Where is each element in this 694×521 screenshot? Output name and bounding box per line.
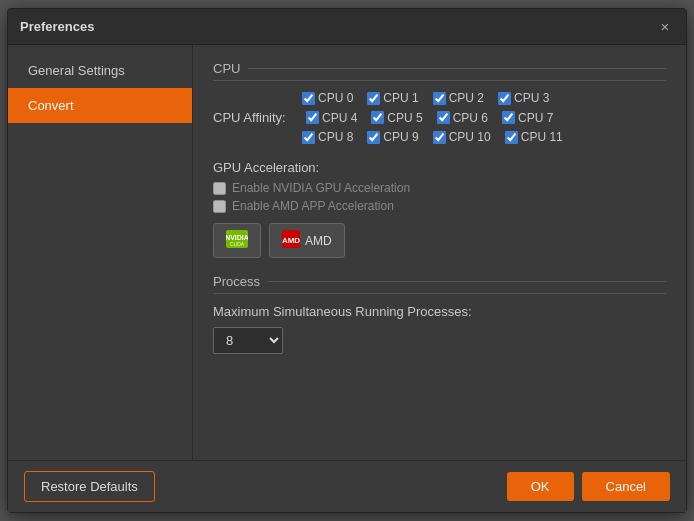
cpu8-check[interactable]: CPU 8: [302, 130, 353, 144]
sidebar-item-convert[interactable]: Convert: [8, 88, 192, 123]
cpu5-checkbox[interactable]: [371, 111, 384, 124]
cpu-group-4-7: CPU 4 CPU 5 CPU 6 CPU 7: [306, 111, 553, 125]
title-bar: Preferences ×: [8, 9, 686, 45]
cpu6-checkbox[interactable]: [437, 111, 450, 124]
cpu10-check[interactable]: CPU 10: [433, 130, 491, 144]
cancel-button[interactable]: Cancel: [582, 472, 670, 501]
cpu2-check[interactable]: CPU 2: [433, 91, 484, 105]
cpu6-check[interactable]: CPU 6: [437, 111, 488, 125]
gpu-section: GPU Acceleration: Enable NVIDIA GPU Acce…: [213, 160, 666, 258]
svg-text:CUDA: CUDA: [230, 241, 245, 247]
gpu-amd-label: Enable AMD APP Acceleration: [232, 199, 394, 213]
amd-button[interactable]: AMD AMD: [269, 223, 345, 258]
cpu8-checkbox[interactable]: [302, 131, 315, 144]
nvidia-button[interactable]: NVIDIA CUDA: [213, 223, 261, 258]
cpu10-checkbox[interactable]: [433, 131, 446, 144]
svg-text:NVIDIA: NVIDIA: [226, 234, 248, 241]
cpu-affinity-row: CPU Affinity: CPU 4 CPU 5 CPU 6: [213, 110, 666, 125]
cpu-row-8-11: CPU 8 CPU 9 CPU 10 CPU 11: [213, 130, 666, 144]
ok-button[interactable]: OK: [507, 472, 574, 501]
main-content: CPU CPU 0 CPU 1: [193, 45, 686, 460]
cpu11-check[interactable]: CPU 11: [505, 130, 563, 144]
gpu-section-label: GPU Acceleration:: [213, 160, 666, 175]
gpu-amd-option: Enable AMD APP Acceleration: [213, 199, 666, 213]
cpu4-checkbox[interactable]: [306, 111, 319, 124]
restore-defaults-button[interactable]: Restore Defaults: [24, 471, 155, 502]
cpu9-check[interactable]: CPU 9: [367, 130, 418, 144]
gpu-nvidia-option: Enable NVIDIA GPU Acceleration: [213, 181, 666, 195]
cpu-section-title: CPU: [213, 61, 666, 81]
cpu5-check[interactable]: CPU 5: [371, 111, 422, 125]
process-label: Maximum Simultaneous Running Processes:: [213, 304, 666, 319]
preferences-dialog: Preferences × General Settings Convert C…: [7, 8, 687, 513]
cpu3-check[interactable]: CPU 3: [498, 91, 549, 105]
amd-button-label: AMD: [305, 234, 332, 248]
cpu-group-0-3: CPU 0 CPU 1 CPU 2 CPU 3: [302, 91, 549, 105]
footer-right: OK Cancel: [507, 472, 670, 501]
cpu1-check[interactable]: CPU 1: [367, 91, 418, 105]
cpu-affinity-label: CPU Affinity:: [213, 110, 298, 125]
cpu7-checkbox[interactable]: [502, 111, 515, 124]
gpu-amd-checkbox[interactable]: [213, 200, 226, 213]
amd-icon: AMD: [282, 230, 300, 251]
gpu-buttons: NVIDIA CUDA AMD AMD: [213, 223, 666, 258]
process-section: Process Maximum Simultaneous Running Pro…: [213, 274, 666, 354]
cpu9-checkbox[interactable]: [367, 131, 380, 144]
nvidia-icon: NVIDIA CUDA: [226, 230, 248, 251]
cpu-group-8-11: CPU 8 CPU 9 CPU 10 CPU 11: [302, 130, 563, 144]
cpu3-checkbox[interactable]: [498, 92, 511, 105]
svg-text:AMD: AMD: [282, 236, 300, 245]
process-section-title: Process: [213, 274, 666, 294]
cpu11-checkbox[interactable]: [505, 131, 518, 144]
cpu7-check[interactable]: CPU 7: [502, 111, 553, 125]
dialog-body: General Settings Convert CPU: [8, 45, 686, 460]
cpu-row-0-3: CPU 0 CPU 1 CPU 2 CPU 3: [213, 91, 666, 105]
gpu-nvidia-checkbox[interactable]: [213, 182, 226, 195]
cpu4-check[interactable]: CPU 4: [306, 111, 357, 125]
cpu1-checkbox[interactable]: [367, 92, 380, 105]
cpu0-check[interactable]: CPU 0: [302, 91, 353, 105]
process-select[interactable]: 1 2 4 8 16: [213, 327, 283, 354]
sidebar: General Settings Convert: [8, 45, 193, 460]
sidebar-item-general-settings[interactable]: General Settings: [8, 53, 192, 88]
gpu-nvidia-label: Enable NVIDIA GPU Acceleration: [232, 181, 410, 195]
dialog-title: Preferences: [20, 19, 94, 34]
dialog-footer: Restore Defaults OK Cancel: [8, 460, 686, 512]
cpu0-checkbox[interactable]: [302, 92, 315, 105]
cpu2-checkbox[interactable]: [433, 92, 446, 105]
close-button[interactable]: ×: [656, 18, 674, 36]
cpu-section: CPU CPU 0 CPU 1: [213, 61, 666, 144]
